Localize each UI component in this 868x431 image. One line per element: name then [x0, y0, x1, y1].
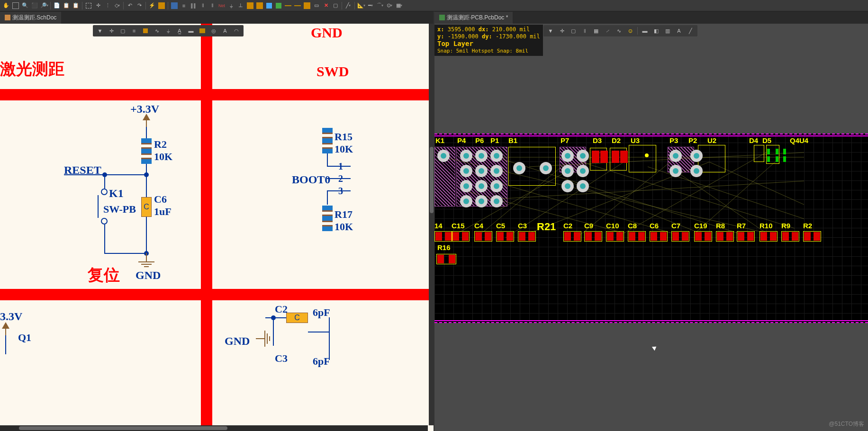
move-icon[interactable]: ✛: [94, 1, 102, 10]
resistor-r17[interactable]: [322, 206, 333, 231]
lasso-icon[interactable]: ◇▾: [113, 1, 121, 10]
pcb-tab[interactable]: 测温测距·PCB.PcbDoc *: [434, 12, 513, 24]
redo-icon[interactable]: ↷: [135, 1, 144, 10]
arc-icon[interactable]: ◠: [231, 26, 242, 36]
net-label-icon[interactable]: Net: [217, 1, 226, 10]
target-icon[interactable]: ◎: [208, 26, 219, 36]
green-pad[interactable]: [767, 156, 770, 162]
smd-pad[interactable]: [616, 232, 623, 241]
text-icon[interactable]: A: [220, 26, 230, 36]
smd-pad[interactable]: [717, 232, 723, 241]
smd-pad[interactable]: [682, 232, 688, 241]
smd-pad[interactable]: [437, 255, 444, 263]
smd-pad[interactable]: [497, 232, 504, 241]
smd-pad[interactable]: [747, 232, 754, 241]
via-icon[interactable]: ⊙: [625, 26, 635, 36]
grid-icon[interactable]: ▦▾: [395, 1, 403, 10]
select-icon[interactable]: [84, 1, 93, 10]
pad[interactable]: [690, 165, 703, 177]
scrollbar-horizontal[interactable]: [0, 425, 428, 431]
pad[interactable]: [561, 150, 574, 162]
smd-pad[interactable]: [435, 232, 442, 241]
crosshair-icon[interactable]: ✛: [106, 26, 117, 36]
pad[interactable]: [577, 150, 589, 162]
pad[interactable]: [490, 150, 503, 162]
smd-pad[interactable]: [660, 232, 667, 241]
smd-pad[interactable]: [519, 232, 525, 241]
pad[interactable]: [669, 165, 682, 177]
smd-pad[interactable]: [612, 151, 619, 163]
line-icon[interactable]: ╱▾: [344, 1, 353, 10]
smd-pad[interactable]: [695, 232, 702, 241]
resistor-r15[interactable]: [322, 128, 333, 153]
smd-pad[interactable]: [475, 232, 482, 241]
pad[interactable]: [490, 165, 503, 177]
smd-pad[interactable]: [595, 232, 601, 241]
paste-icon[interactable]: 📋: [62, 1, 71, 10]
track-icon[interactable]: ⟋: [602, 26, 613, 36]
smd-pad[interactable]: [738, 232, 744, 241]
select-box-icon[interactable]: ▢: [118, 26, 128, 36]
pcb-canvas[interactable]: x: 3595.000 dx: 210.000 mil y: -1590.000…: [434, 24, 868, 431]
pad[interactable]: [540, 162, 552, 174]
schematic-canvas[interactable]: ▼ ✛ ▢ ≡ ∿ ⏚ A̲ ▬ ◎ A ◠ GND 激光测距 SWD: [0, 24, 434, 431]
bars-icon[interactable]: ⫴: [579, 26, 590, 36]
smd-pad[interactable]: [607, 232, 614, 241]
component-u3[interactable]: [629, 145, 656, 172]
pad[interactable]: [475, 150, 488, 162]
power-icon[interactable]: ⊥: [236, 1, 245, 10]
smd-pad[interactable]: [651, 232, 657, 241]
capacitor-c6[interactable]: C: [141, 197, 152, 217]
measure-icon[interactable]: 📐▾: [357, 1, 365, 10]
resistor-r2[interactable]: [141, 138, 152, 164]
filter-icon[interactable]: ▼: [545, 26, 556, 36]
smd-pad[interactable]: [462, 232, 469, 241]
pad[interactable]: [460, 180, 472, 192]
hand-icon[interactable]: ✋: [2, 1, 10, 10]
select-box-icon[interactable]: ▢: [568, 26, 579, 36]
pad[interactable]: [490, 195, 503, 207]
pad[interactable]: [475, 180, 488, 192]
smd-pad[interactable]: [705, 232, 711, 241]
pad[interactable]: [513, 162, 525, 174]
smd-pad[interactable]: [449, 255, 455, 263]
smd-pad[interactable]: [770, 232, 777, 241]
print-icon[interactable]: [11, 1, 20, 10]
cross-probe-icon[interactable]: [157, 1, 166, 10]
region-icon[interactable]: ◧: [651, 26, 661, 36]
xsignals-icon[interactable]: ⚡: [148, 1, 156, 10]
smd-pad[interactable]: [760, 232, 767, 241]
crosshair-icon[interactable]: ✛: [557, 26, 567, 36]
arc-icon[interactable]: ∿: [614, 26, 624, 36]
smd-pad[interactable]: [638, 232, 645, 241]
align-v-icon[interactable]: ⫴: [199, 1, 207, 10]
smd-pad[interactable]: [574, 232, 580, 241]
select-line-icon[interactable]: ⋮: [103, 1, 112, 10]
pad[interactable]: [460, 165, 472, 177]
sheet-icon[interactable]: ▭: [312, 1, 321, 10]
smd-pad[interactable]: [452, 232, 459, 241]
x-icon[interactable]: ✕: [322, 1, 330, 10]
scrollbar-vertical[interactable]: [429, 24, 434, 425]
green-pad[interactable]: [776, 149, 778, 154]
smd-pad[interactable]: [804, 232, 811, 241]
smd-pad[interactable]: [445, 232, 452, 241]
pad[interactable]: [475, 165, 488, 177]
schematic-tab[interactable]: 测温测距.SchDoc: [0, 12, 61, 24]
smd-pad[interactable]: [592, 151, 599, 163]
green-pad[interactable]: [783, 156, 786, 162]
distribute-h-icon[interactable]: ‖‖: [189, 1, 198, 10]
pad[interactable]: [561, 165, 574, 177]
gnd-icon[interactable]: ⏚: [227, 1, 235, 10]
blue-icon[interactable]: [265, 1, 273, 10]
chip-icon[interactable]: [140, 26, 151, 36]
pad[interactable]: [669, 150, 682, 162]
pad[interactable]: [460, 150, 472, 162]
green-icon[interactable]: [274, 1, 283, 10]
align-h-icon[interactable]: ≡: [180, 1, 188, 10]
route2-icon[interactable]: [293, 1, 302, 10]
zoom-doc-icon[interactable]: 🔍: [21, 1, 29, 10]
align-icon[interactable]: ≡: [129, 26, 139, 36]
fill-icon[interactable]: ▦: [591, 26, 601, 36]
wire-icon[interactable]: ∿: [152, 26, 162, 36]
